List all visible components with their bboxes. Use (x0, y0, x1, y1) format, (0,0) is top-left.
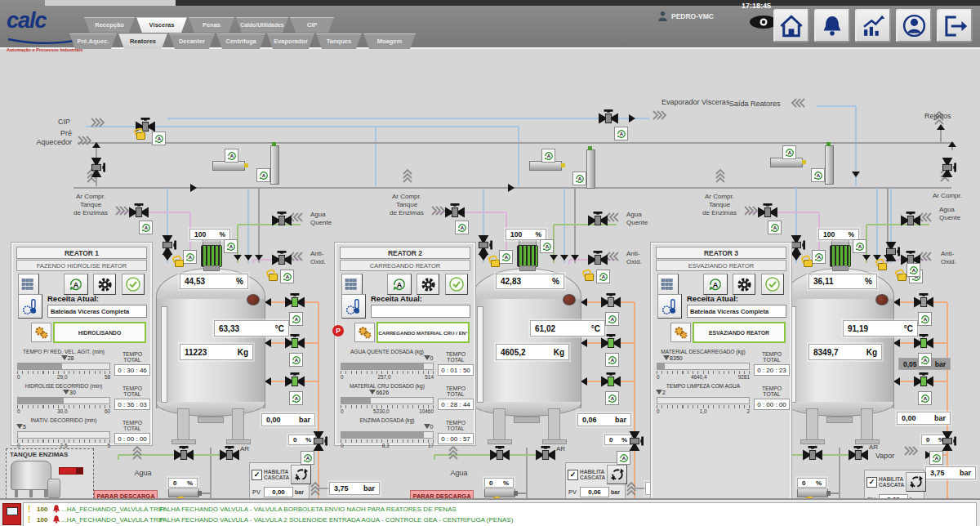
pid-auto-icon[interactable]: A (572, 172, 586, 185)
pid-auto-icon[interactable]: A (918, 312, 932, 326)
valve-icon[interactable] (270, 212, 293, 233)
slider-bar[interactable] (657, 363, 750, 370)
valve-icon[interactable] (936, 158, 959, 180)
keypad-button[interactable] (657, 274, 679, 295)
pid-auto-icon[interactable]: A (455, 221, 469, 234)
confirm-button[interactable] (761, 274, 784, 295)
pid-auto-icon[interactable]: A (605, 353, 619, 367)
valve-icon[interactable] (586, 212, 609, 233)
confirm-button[interactable] (445, 274, 468, 295)
users-button[interactable] (896, 9, 932, 42)
valve-icon[interactable] (85, 158, 108, 180)
keypad-button[interactable] (341, 274, 363, 295)
tab-pre-aquec[interactable]: Pré.Aquec. (69, 33, 117, 49)
tab-visceras[interactable]: Vísceras (136, 17, 187, 33)
pid-auto-icon[interactable]: A (225, 149, 238, 163)
recipe-field[interactable]: Batelada Viceras Completa (687, 305, 786, 318)
valve-icon[interactable] (472, 236, 495, 257)
pid-auto-icon[interactable]: A (289, 353, 303, 367)
tab-tanques[interactable]: Tanques (316, 33, 362, 49)
pid-auto-icon[interactable]: A (139, 221, 153, 234)
tab-moagem[interactable]: Moagem (363, 33, 416, 49)
valve-icon[interactable] (172, 446, 195, 467)
pid-auto-icon[interactable]: A (918, 353, 932, 367)
pid-auto-icon[interactable]: A (499, 250, 513, 264)
slider-bar[interactable] (341, 363, 434, 370)
pid-auto-icon[interactable]: A (152, 132, 166, 145)
pid-auto-icon[interactable]: A (812, 250, 826, 264)
pid-auto-icon[interactable]: A (541, 149, 555, 163)
agitator-motor-icon[interactable] (517, 239, 537, 270)
agitator-motor-icon[interactable] (830, 239, 849, 270)
pid-auto-icon[interactable]: A (768, 221, 782, 234)
pid-loop-icon[interactable] (906, 472, 926, 492)
trends-button[interactable] (855, 9, 891, 42)
pid-auto-icon[interactable]: A (289, 312, 303, 326)
pid-auto-icon[interactable]: A (853, 239, 866, 253)
slider-bar[interactable] (17, 431, 110, 439)
pid-auto-icon[interactable]: A (605, 391, 619, 405)
tab-cip[interactable]: CIP (290, 17, 334, 33)
tab-reatores[interactable]: Reatores (118, 33, 167, 49)
pid-auto-icon[interactable]: A (605, 312, 619, 326)
pid-auto-icon[interactable]: A (811, 168, 825, 182)
alarm-list[interactable]: ! 100 ...HA_FECHANDO_VALVULA TRIP FALHA … (23, 502, 977, 526)
valve-icon[interactable] (156, 236, 179, 257)
tab-decanter[interactable]: Decanter (169, 33, 215, 49)
settings-button[interactable] (733, 274, 755, 295)
pid-auto-icon[interactable]: A (183, 250, 197, 264)
tab-evaporador[interactable]: Evaporador (267, 33, 314, 49)
slider-bar[interactable] (341, 431, 434, 439)
pid-auto-icon[interactable]: A (782, 145, 796, 159)
valve-icon[interactable] (801, 446, 824, 467)
alarm-row[interactable]: ! 100 ...HA_FECHANDO_VALVULA TRIP FALHA … (24, 515, 976, 525)
pid-auto-icon[interactable]: A (280, 270, 294, 283)
auto-mode-button[interactable]: A (64, 274, 88, 295)
pid-auto-icon[interactable]: A (301, 451, 314, 465)
slider-bar[interactable] (17, 363, 110, 370)
confirm-button[interactable] (122, 274, 145, 295)
recipe-button[interactable] (18, 294, 42, 319)
settings-button[interactable] (93, 274, 116, 295)
pid-auto-icon[interactable]: A (256, 168, 270, 182)
alarm-panel-icon[interactable] (2, 503, 21, 525)
pid-loop-icon[interactable] (291, 465, 311, 484)
valve-icon[interactable] (847, 446, 870, 467)
tab-penas[interactable]: Penas (189, 17, 234, 33)
pid-auto-icon[interactable]: A (906, 263, 920, 277)
tab-caldo-utilidades[interactable]: Caldo/Utilidades (236, 17, 288, 33)
logout-button[interactable] (937, 9, 973, 42)
alarm-row[interactable]: ! 100 ...HA_FECHANDO_VALVULA TRIP FALHA … (24, 504, 976, 515)
auto-mode-button[interactable]: A (703, 274, 728, 295)
valve-icon[interactable] (899, 212, 922, 233)
recipe-field[interactable] (371, 305, 470, 318)
slider-bar[interactable] (657, 397, 750, 404)
pid-auto-icon[interactable]: A (289, 391, 303, 405)
recipe-field[interactable]: Batelada Viceras Completa (47, 305, 147, 318)
pid-auto-icon[interactable]: A (224, 239, 238, 253)
pid-auto-icon[interactable]: A (614, 127, 628, 140)
valve-icon[interactable] (488, 446, 511, 467)
habilita-cascata-checkbox[interactable]: ✓ (568, 470, 578, 480)
enzyme-tank-icon[interactable] (11, 461, 51, 490)
pid-auto-icon[interactable]: A (617, 451, 630, 465)
recipe-button[interactable] (657, 294, 682, 319)
tab-recepcao[interactable]: Recepção (84, 17, 135, 33)
settings-button[interactable] (416, 274, 439, 295)
habilita-cascata-checkbox[interactable]: ✓ (866, 477, 877, 488)
valve-icon[interactable] (534, 446, 557, 467)
pid-loop-icon[interactable] (607, 465, 627, 484)
pid-auto-icon[interactable]: A (918, 391, 932, 405)
home-button[interactable] (773, 9, 809, 42)
tab-centrifuga[interactable]: Centrífuga (216, 33, 265, 49)
pid-auto-icon[interactable]: A (929, 451, 943, 465)
alarms-button[interactable] (814, 9, 850, 42)
slider-bar[interactable] (17, 397, 110, 404)
recipe-button[interactable] (341, 294, 366, 319)
agitator-motor-icon[interactable] (201, 239, 220, 270)
pid-auto-icon[interactable]: A (596, 270, 610, 283)
slider-bar[interactable] (341, 397, 434, 404)
valve-icon[interactable] (218, 446, 241, 467)
habilita-cascata-checkbox[interactable]: ✓ (252, 470, 262, 480)
pid-auto-icon[interactable]: A (540, 239, 554, 253)
